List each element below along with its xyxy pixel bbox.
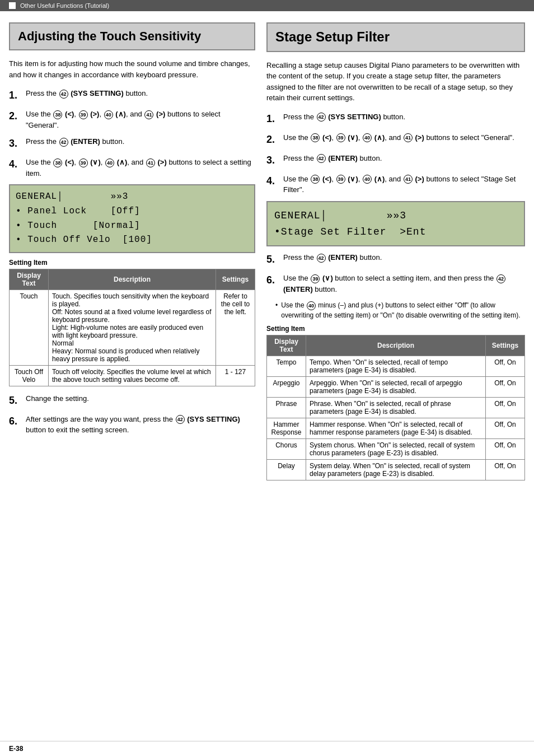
circle-41-r2: 41	[404, 175, 413, 184]
circle-41-1: 41	[144, 110, 153, 119]
lcd-display-right: GENERAL│ »»3 •Stage Set Filter >Ent	[266, 201, 525, 247]
left-step-2-text: Use the 38 (<), 39 (>), 40 (∧), and 41 (…	[26, 109, 255, 130]
table-row: Tempo Tempo. When "On" is selected, reca…	[267, 356, 525, 377]
right-step-6-text: Use the 39 (∨) button to select a settin…	[283, 273, 525, 295]
circle-40-r1: 40	[363, 133, 372, 142]
table-row: Chorus System chorus. When "On" is selec…	[267, 439, 525, 460]
left-step-1-num: 1.	[9, 88, 21, 103]
left-table-cell-display-2: Touch Off Velo	[10, 365, 49, 386]
right-table-display-tempo: Tempo	[267, 356, 306, 377]
right-table-settings-tempo: Off, On	[486, 356, 525, 377]
circle-39-2: 39	[79, 158, 88, 167]
left-title: Adjusting the Touch Sensitivity	[18, 29, 246, 44]
right-step-2-num: 2.	[266, 132, 279, 147]
bullet-text: Use the 40 minus (–) and plus (+) button…	[281, 300, 525, 320]
bullet-dot: •	[275, 300, 278, 310]
left-table-cell-display-1: Touch	[10, 290, 49, 365]
right-step-4-text: Use the 38 (<), 39 (∨), 40 (∧), and 41 (…	[283, 174, 525, 195]
page-number: E-38	[9, 745, 23, 753]
left-step-6-num: 6.	[9, 414, 21, 429]
left-step-4: 4. Use the 38 (<), 39 (∨), 40 (∧), and 4…	[9, 157, 255, 179]
left-table-header-desc: Description	[49, 269, 216, 290]
left-step-4-num: 4.	[9, 157, 21, 172]
lcd-line-1: GENERAL│ »»3	[16, 190, 249, 204]
right-step-3: 3. Press the 42 (ENTER) button.	[266, 153, 525, 168]
right-title: Stage Setup Filter	[275, 29, 516, 45]
right-title-box: Stage Setup Filter	[266, 22, 525, 52]
circle-41-r1: 41	[404, 133, 413, 142]
circle-42-2: 42	[59, 138, 68, 147]
left-step-1-text: Press the 42 (SYS SETTING) button.	[26, 88, 148, 99]
table-row: Phrase Phrase. When "On" is selected, re…	[267, 398, 525, 418]
circle-38-2: 38	[53, 158, 62, 167]
circle-42-r1: 42	[317, 113, 326, 122]
right-step-5-num: 5.	[266, 252, 279, 267]
right-table-desc-chorus: System chorus. When "On" is selected, re…	[306, 439, 486, 460]
right-step-5: 5. Press the 42 (ENTER) button.	[266, 252, 525, 267]
right-table-settings-phrase: Off, On	[486, 398, 525, 418]
left-step-2-num: 2.	[9, 109, 21, 124]
right-table-display-delay: Delay	[267, 460, 306, 480]
right-table-desc-arpeggio: Arpeggio. When "On" is selected, recall …	[306, 377, 486, 398]
right-table-settings-hammer: Off, On	[486, 418, 525, 439]
left-step-6: 6. After settings are the way you want, …	[9, 414, 255, 436]
left-intro: This item is for adjusting how much the …	[9, 58, 255, 80]
right-table-header-desc: Description	[306, 335, 486, 356]
right-setting-item-label: Setting Item	[266, 325, 525, 333]
left-step-3-num: 3.	[9, 136, 21, 151]
right-step-4: 4. Use the 38 (<), 39 (∨), 40 (∧), and 4…	[266, 174, 525, 195]
right-bullet: • Use the 40 minus (–) and plus (+) butt…	[275, 300, 525, 320]
circle-39-r2: 39	[336, 175, 345, 184]
left-table: Display Text Description Settings Touch …	[9, 269, 255, 386]
circle-39-1: 39	[79, 110, 88, 119]
left-step-3: 3. Press the 42 (ENTER) button.	[9, 136, 255, 151]
left-step-6-text: After settings are the way you want, pre…	[26, 414, 255, 436]
left-table-cell-settings-1: Refer to the cell to the left.	[216, 290, 255, 365]
circle-42-r4: 42	[496, 274, 505, 283]
lcd-line-3: • Touch [Normal]	[16, 219, 249, 234]
circle-42-1: 42	[59, 90, 68, 99]
right-table-display-phrase: Phrase	[267, 398, 306, 418]
lcd-line-4: • Touch Off Velo [100]	[16, 233, 249, 248]
right-table-display-arpeggio: Arpeggio	[267, 377, 306, 398]
circle-38-r1: 38	[311, 133, 320, 142]
left-step-5-text: Change the setting.	[26, 393, 89, 404]
right-table-desc-tempo: Tempo. When "On" is selected, recall of …	[306, 356, 486, 377]
left-step-1: 1. Press the 42 (SYS SETTING) button.	[9, 88, 255, 103]
right-table-display-chorus: Chorus	[267, 439, 306, 460]
table-row: Hammer Response Hammer response. When "O…	[267, 418, 525, 439]
circle-38-r2: 38	[311, 175, 320, 184]
circle-40-r2: 40	[363, 175, 372, 184]
right-step-3-text: Press the 42 (ENTER) button.	[283, 153, 382, 164]
right-table-header-settings: Settings	[486, 335, 525, 356]
left-title-box: Adjusting the Touch Sensitivity	[9, 22, 255, 50]
right-table-desc-delay: System delay. When "On" is selected, rec…	[306, 460, 486, 480]
left-table-cell-desc-2: Touch off velocity. Specifies the volume…	[49, 365, 216, 386]
circle-40-bullet: 40	[307, 301, 316, 310]
table-row: Touch Off Velo Touch off velocity. Speci…	[10, 365, 255, 386]
left-table-cell-settings-2: 1 - 127	[216, 365, 255, 386]
right-step-6-num: 6.	[266, 273, 279, 288]
left-table-header-settings: Settings	[216, 269, 255, 290]
table-row: Delay System delay. When "On" is selecte…	[267, 460, 525, 480]
circle-38-1: 38	[53, 110, 62, 119]
right-step-2: 2. Use the 38 (<), 39 (∨), 40 (∧), and 4…	[266, 132, 525, 147]
lcd-line-r1: GENERAL│ »»3	[274, 208, 517, 224]
lcd-display-left: GENERAL│ »»3 • Panel Lock [Off] • Touch …	[9, 184, 255, 253]
right-table-header-display: Display Text	[267, 335, 306, 356]
right-step-2-text: Use the 38 (<), 39 (∨), 40 (∧), and 41 (…	[283, 132, 514, 143]
right-step-4-num: 4.	[266, 174, 279, 189]
right-column: Stage Setup Filter Recalling a stage set…	[266, 22, 525, 730]
circle-42-3: 42	[176, 415, 185, 424]
left-step-5: 5. Change the setting.	[9, 393, 255, 408]
left-table-cell-desc-1: Touch. Specifies touch sensitivity when …	[49, 290, 216, 365]
top-bar-icon	[9, 2, 16, 9]
right-step-1-text: Press the 42 (SYS SETTING) button.	[283, 111, 405, 123]
lcd-line-2: • Panel Lock [Off]	[16, 204, 249, 219]
left-step-2: 2. Use the 38 (<), 39 (>), 40 (∧), and 4…	[9, 109, 255, 130]
right-step-1: 1. Press the 42 (SYS SETTING) button.	[266, 111, 525, 127]
circle-42-r2: 42	[317, 154, 326, 163]
right-table-desc-hammer: Hammer response. When "On" is selected, …	[306, 418, 486, 439]
top-bar-label: Other Useful Functions (Tutorial)	[20, 2, 109, 9]
right-intro: Recalling a stage setup causes Digital P…	[266, 60, 525, 104]
